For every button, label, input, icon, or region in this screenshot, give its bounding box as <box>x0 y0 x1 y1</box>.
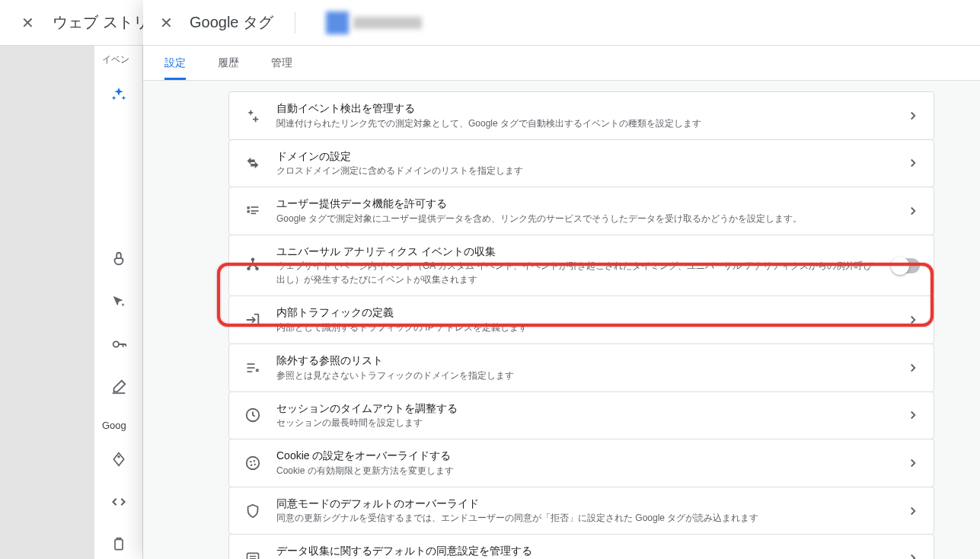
tag-chip-text <box>353 17 422 29</box>
cookie-icon <box>243 453 263 473</box>
svg-rect-11 <box>247 363 255 365</box>
tag-icon[interactable] <box>104 445 134 474</box>
close-icon[interactable]: ✕ <box>160 14 173 32</box>
setting-title: データ収集に関するデフォルトの同意設定を管理する <box>276 544 892 559</box>
chevron-right-icon <box>906 504 920 518</box>
sparkle-icon[interactable] <box>104 80 134 109</box>
panel-title: Google タグ <box>190 12 273 33</box>
settings-list: 自動イベント検出を管理する関連付けられたリンク先での測定対象として、Google… <box>143 81 980 559</box>
key-icon[interactable] <box>104 330 134 359</box>
setting-title: ユニバーサル アナリティクス イベントの収集 <box>276 244 879 260</box>
setting-desc: Cookie の有効期限と更新方法を変更します <box>276 464 892 478</box>
list-exclude-icon <box>243 358 263 378</box>
chevron-right-icon <box>906 313 920 327</box>
shield-icon <box>243 501 263 521</box>
setting-row-3[interactable]: ユニバーサル アナリティクス イベントの収集ウェブサイトでページ内イベント（GA… <box>228 235 934 297</box>
svg-rect-12 <box>247 367 255 369</box>
setting-row-4[interactable]: 内部トラフィックの定義内部として識別するトラフィックの IP アドレスを定義しま… <box>228 295 934 344</box>
close-icon[interactable]: ✕ <box>21 14 34 32</box>
clock-icon <box>243 405 263 425</box>
chevron-right-icon <box>906 361 920 375</box>
panel-header: ✕ Google タグ <box>143 0 980 46</box>
setting-desc: 同意の更新シグナルを受信するまでは、エンドユーザーの同意が「拒否」に設定された … <box>276 511 892 525</box>
setting-desc: セッションの最長時間を設定します <box>276 416 892 430</box>
tab-1[interactable]: 履歴 <box>218 46 239 80</box>
touch-icon[interactable] <box>104 244 134 273</box>
setting-texts: ユーザー提供データ機能を許可するGoogle タグで測定対象にユーザー提供データ… <box>276 196 892 225</box>
setting-title: 同意モードのデフォルトのオーバーライド <box>276 497 892 512</box>
setting-texts: 自動イベント検出を管理する関連付けられたリンク先での測定対象として、Google… <box>276 101 892 130</box>
code-icon[interactable] <box>104 487 134 516</box>
setting-row-8[interactable]: 同意モードのデフォルトのオーバーライド同意の更新シグナルを受信するまでは、エンド… <box>228 487 934 535</box>
setting-row-9[interactable]: データ収集に関するデフォルトの同意設定を管理する広告掲載を目的として使用される欧… <box>228 534 934 559</box>
tag-chip[interactable] <box>326 11 422 34</box>
setting-desc: 参照とは見なさないトラフィックのドメインを指定します <box>276 369 892 382</box>
branch-icon <box>243 256 263 276</box>
setting-texts: 同意モードのデフォルトのオーバーライド同意の更新シグナルを受信するまでは、エンド… <box>276 497 892 525</box>
sparkle-plus-icon <box>243 106 263 126</box>
list-check-icon <box>243 548 263 559</box>
cursor-sparkle-icon[interactable] <box>104 287 134 316</box>
toggle-switch[interactable] <box>892 258 920 273</box>
setting-title: 除外する参照のリスト <box>276 353 892 369</box>
svg-point-18 <box>251 465 252 466</box>
chevron-right-icon <box>906 456 920 470</box>
setting-title: ユーザー提供データ機能を許可する <box>276 196 892 212</box>
setting-texts: 除外する参照のリスト参照とは見なさないトラフィックのドメインを指定します <box>276 353 892 382</box>
setting-texts: セッションのタイムアウトを調整するセッションの最長時間を設定します <box>276 401 892 430</box>
setting-desc: 内部として識別するトラフィックの IP アドレスを定義します <box>276 321 892 334</box>
setting-row-7[interactable]: Cookie の設定をオーバーライドするCookie の有効期限と更新方法を変更… <box>228 439 934 487</box>
user-data-icon <box>243 201 263 221</box>
setting-row-6[interactable]: セッションのタイムアウトを調整するセッションの最長時間を設定します <box>228 391 934 440</box>
domain-arrows-icon <box>243 153 263 173</box>
tag-chip-icon <box>326 11 349 34</box>
svg-point-15 <box>247 457 260 470</box>
setting-title: 内部トラフィックの定義 <box>276 305 892 321</box>
login-arrow-icon <box>243 310 263 330</box>
chevron-right-icon <box>906 408 920 422</box>
setting-title: セッションのタイムアウトを調整する <box>276 401 892 417</box>
setting-desc: クロスドメイン測定に含めるドメインのリストを指定します <box>276 164 892 177</box>
setting-texts: ユニバーサル アナリティクス イベントの収集ウェブサイトでページ内イベント（GA… <box>276 244 879 287</box>
svg-point-19 <box>254 464 256 465</box>
tab-0[interactable]: 設定 <box>164 46 186 80</box>
chevron-right-icon <box>906 204 920 218</box>
setting-row-0[interactable]: 自動イベント検出を管理する関連付けられたリンク先での測定対象として、Google… <box>228 91 934 140</box>
svg-point-9 <box>247 267 250 270</box>
bg-sidebar: イベン Goog <box>94 46 143 559</box>
svg-point-10 <box>256 267 258 270</box>
svg-point-8 <box>252 258 254 260</box>
setting-desc: 関連付けられたリンク先での測定対象として、Google タグで自動検出するイベン… <box>276 117 892 130</box>
svg-rect-4 <box>247 210 250 212</box>
svg-rect-13 <box>247 371 253 372</box>
divider <box>295 12 295 34</box>
setting-desc: ウェブサイトでページ内イベント（GA カスタム イベント、イベントが引き起こされ… <box>276 259 879 286</box>
setting-row-2[interactable]: ユーザー提供データ機能を許可するGoogle タグで測定対象にユーザー提供データ… <box>228 187 934 235</box>
chevron-right-icon <box>906 156 920 170</box>
clipboard-icon[interactable] <box>104 530 134 559</box>
svg-point-1 <box>118 456 120 458</box>
google-tag-panel: ✕ Google タグ 設定履歴管理 自動イベント検出を管理する関連付けられたリ… <box>143 0 980 559</box>
setting-title: 自動イベント検出を管理する <box>276 101 892 117</box>
tab-2[interactable]: 管理 <box>271 46 292 80</box>
svg-point-17 <box>254 460 255 462</box>
svg-point-0 <box>113 342 118 347</box>
panel-tabs: 設定履歴管理 <box>143 46 980 81</box>
svg-rect-2 <box>115 539 123 549</box>
setting-desc: Google タグで測定対象にユーザー提供データを含め、リンク先のサービスでそう… <box>276 212 892 225</box>
bg-sidebar-top-label: イベン <box>94 53 129 66</box>
setting-title: ドメインの設定 <box>276 149 892 165</box>
setting-row-1[interactable]: ドメインの設定クロスドメイン測定に含めるドメインのリストを指定します <box>228 139 934 188</box>
svg-rect-7 <box>251 212 257 214</box>
chevron-right-icon <box>906 551 920 559</box>
setting-row-5[interactable]: 除外する参照のリスト参照とは見なさないトラフィックのドメインを指定します <box>228 343 934 392</box>
svg-rect-6 <box>251 210 259 212</box>
svg-rect-5 <box>251 206 259 208</box>
setting-texts: Cookie の設定をオーバーライドするCookie の有効期限と更新方法を変更… <box>276 449 892 478</box>
setting-texts: ドメインの設定クロスドメイン測定に含めるドメインのリストを指定します <box>276 149 892 178</box>
setting-title: Cookie の設定をオーバーライドする <box>276 449 892 464</box>
svg-point-16 <box>250 461 251 462</box>
setting-texts: 内部トラフィックの定義内部として識別するトラフィックの IP アドレスを定義しま… <box>276 305 892 334</box>
eraser-icon[interactable] <box>104 372 134 401</box>
chevron-right-icon <box>906 109 920 123</box>
